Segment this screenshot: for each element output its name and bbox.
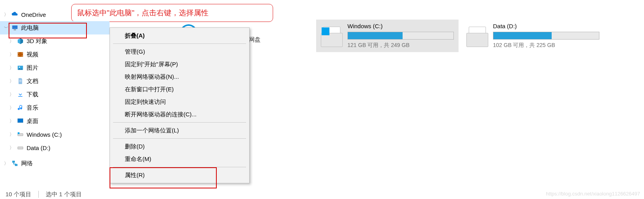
svg-rect-4 xyxy=(18,56,19,56)
tree-item-drive-c[interactable]: 〉 Windows (C:) xyxy=(0,128,110,141)
menu-label: 映射网络驱动器(N)... xyxy=(125,73,179,80)
menu-manage[interactable]: 管理(G) xyxy=(111,45,248,58)
tree-item-pictures[interactable]: 〉 图片 xyxy=(0,61,110,74)
menu-label: 固定到快速访问 xyxy=(125,98,166,105)
tree-label: 图片 xyxy=(27,64,38,72)
chevron-right-icon: 〉 xyxy=(9,91,15,98)
menu-delete[interactable]: 删除(D) xyxy=(111,140,248,153)
obscured-text: 网盘 xyxy=(249,36,261,43)
drive-usage-fill xyxy=(348,32,403,39)
menu-label: 添加一个网络位置(L) xyxy=(125,127,179,134)
tree-label: 桌面 xyxy=(27,118,38,125)
chevron-right-icon: 〉 xyxy=(9,145,15,151)
menu-properties[interactable]: 属性(R) xyxy=(111,169,248,181)
tree-item-drive-d[interactable]: 〉 Data (D:) xyxy=(0,141,110,154)
svg-rect-3 xyxy=(18,53,19,54)
svg-rect-14 xyxy=(18,147,23,149)
menu-label: 固定到"开始"屏幕(P) xyxy=(125,61,178,67)
svg-rect-13 xyxy=(18,132,20,134)
chevron-down-icon: ﹀ xyxy=(3,25,9,31)
menu-add-network-location[interactable]: 添加一个网络位置(L) xyxy=(111,124,248,137)
tree-label: Windows (C:) xyxy=(27,131,62,138)
svg-rect-1 xyxy=(14,30,16,31)
drive-c-large-icon xyxy=(321,25,343,47)
menu-label: 重命名(M) xyxy=(125,156,151,162)
tree-item-documents[interactable]: 〉 文档 xyxy=(0,74,110,88)
context-menu: 折叠(A) 管理(G) 固定到"开始"屏幕(P) 映射网络驱动器(N)... 在… xyxy=(110,27,250,183)
chevron-right-icon: 〉 xyxy=(9,38,15,45)
drive-usage-fill xyxy=(493,32,552,39)
chevron-right-icon: 〉 xyxy=(3,11,9,18)
drive-c-icon xyxy=(16,130,24,138)
picture-icon xyxy=(16,64,24,72)
nav-tree: 〉 OneDrive ﹀ 此电脑 〉 3D 对象 〉 视频 〉 图片 〉 xyxy=(0,8,110,170)
desktop-icon xyxy=(16,117,24,125)
menu-label: 折叠(A) xyxy=(125,32,145,39)
drive-d[interactable]: Data (D:) 102 GB 可用，共 225 GB xyxy=(462,20,604,52)
music-note-icon xyxy=(16,104,24,112)
chevron-right-icon: 〉 xyxy=(9,105,15,111)
watermark: https://blog.csdn.net/xiaolong1126626497 xyxy=(546,191,640,197)
svg-rect-10 xyxy=(18,119,23,123)
drive-title: Windows (C:) xyxy=(347,23,454,29)
tree-label: 下载 xyxy=(27,91,38,98)
tree-item-video[interactable]: 〉 视频 xyxy=(0,48,110,61)
document-icon xyxy=(16,77,24,85)
tree-label: OneDrive xyxy=(21,11,46,18)
menu-map-network[interactable]: 映射网络驱动器(N)... xyxy=(111,71,248,83)
chevron-right-icon: 〉 xyxy=(9,51,15,58)
status-divider xyxy=(38,191,39,198)
tree-label: 网络 xyxy=(21,160,33,167)
svg-rect-6 xyxy=(22,56,23,56)
menu-separator xyxy=(113,122,246,123)
drive-title: Data (D:) xyxy=(493,23,599,29)
tree-label: 视频 xyxy=(27,51,38,58)
menu-label: 在新窗口中打开(E) xyxy=(125,86,174,92)
tree-label: 文档 xyxy=(27,78,38,85)
tree-item-desktop[interactable]: 〉 桌面 xyxy=(0,114,110,128)
status-item-count: 10 个项目 xyxy=(5,191,31,198)
svg-rect-9 xyxy=(18,96,23,97)
svg-rect-15 xyxy=(12,161,15,163)
menu-open-new-window[interactable]: 在新窗口中打开(E) xyxy=(111,83,248,96)
tree-item-onedrive[interactable]: 〉 OneDrive xyxy=(0,8,110,21)
menu-label: 断开网络驱动器的连接(C)... xyxy=(125,111,196,118)
film-icon xyxy=(16,51,24,58)
menu-label: 属性(R) xyxy=(125,172,145,178)
menu-rename[interactable]: 重命名(M) xyxy=(111,153,248,165)
network-icon xyxy=(11,159,19,167)
tree-label: Data (D:) xyxy=(27,145,50,151)
tree-label: 音乐 xyxy=(27,104,38,112)
menu-collapse[interactable]: 折叠(A) xyxy=(111,29,248,42)
tree-item-network[interactable]: 〉 网络 xyxy=(0,157,110,170)
download-icon xyxy=(16,90,24,98)
status-selection: 选中 1 个项目 xyxy=(46,191,82,198)
menu-pin-start[interactable]: 固定到"开始"屏幕(P) xyxy=(111,58,248,71)
menu-separator xyxy=(113,43,246,44)
chevron-right-icon: 〉 xyxy=(9,78,15,85)
cube-3d-icon xyxy=(16,37,24,45)
chevron-right-icon: 〉 xyxy=(9,65,15,71)
drive-subtext: 121 GB 可用，共 249 GB xyxy=(347,42,454,49)
drive-usage-bar xyxy=(493,32,599,40)
chevron-right-icon: 〉 xyxy=(9,118,15,125)
tree-item-downloads[interactable]: 〉 下载 xyxy=(0,88,110,101)
this-pc-icon xyxy=(11,24,19,32)
menu-pin-quick[interactable]: 固定到快速访问 xyxy=(111,96,248,108)
tree-label: 此电脑 xyxy=(21,24,39,32)
status-bar: 10 个项目 选中 1 个项目 xyxy=(5,191,82,198)
menu-separator xyxy=(113,167,246,167)
tree-item-this-pc[interactable]: ﹀ 此电脑 xyxy=(0,21,110,34)
drive-d-icon xyxy=(16,144,24,152)
menu-disconnect-drive[interactable]: 断开网络驱动器的连接(C)... xyxy=(111,108,248,121)
drive-d-large-icon xyxy=(466,25,488,47)
tree-item-music[interactable]: 〉 音乐 xyxy=(0,101,110,114)
tree-item-3d[interactable]: 〉 3D 对象 xyxy=(0,34,110,48)
drive-usage-bar xyxy=(347,32,454,40)
drive-subtext: 102 GB 可用，共 225 GB xyxy=(493,42,599,49)
drive-c[interactable]: Windows (C:) 121 GB 可用，共 249 GB xyxy=(316,20,459,52)
menu-label: 删除(D) xyxy=(125,143,145,150)
menu-label: 管理(G) xyxy=(125,48,145,55)
svg-rect-5 xyxy=(22,53,23,54)
onedrive-icon xyxy=(11,11,19,18)
